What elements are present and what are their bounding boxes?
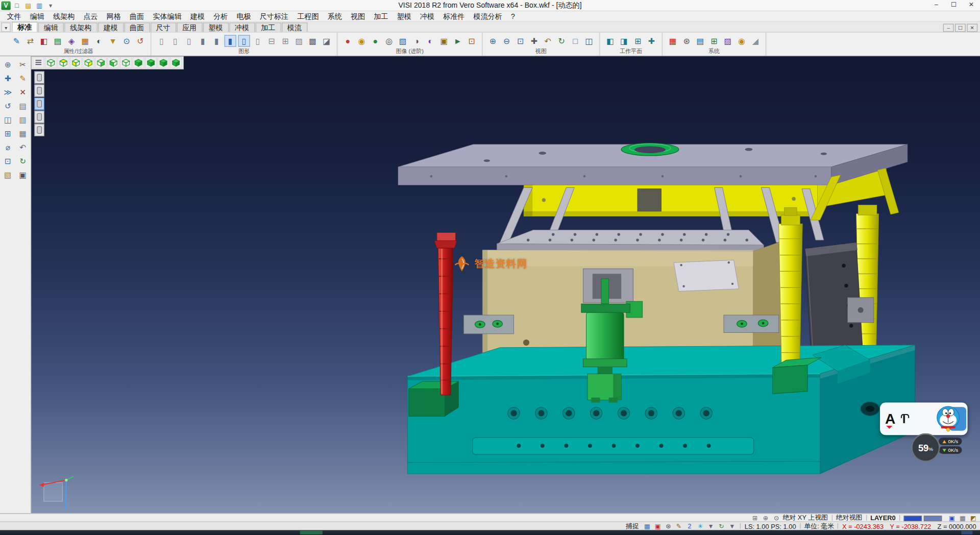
notes-icon[interactable]: ▦ bbox=[16, 127, 30, 139]
snap-pencil-icon[interactable]: ✎ bbox=[675, 522, 683, 530]
layer-color-icon[interactable]: ▣ bbox=[947, 514, 956, 522]
view-right-icon[interactable] bbox=[83, 57, 94, 68]
grid-snap-icon[interactable]: ⊡ bbox=[1, 154, 14, 166]
magnet-filter-icon[interactable]: ⊙ bbox=[120, 35, 132, 47]
menu-item-实体编辑[interactable]: 实体编辑 bbox=[149, 11, 186, 21]
open-file-icon[interactable]: ▤ bbox=[23, 1, 33, 10]
render-sphere-icon[interactable]: ● bbox=[342, 35, 354, 47]
solid-display-icon[interactable]: ▮ bbox=[225, 35, 236, 47]
display-filter-4[interactable] bbox=[34, 111, 44, 123]
animation-icon[interactable]: ► bbox=[452, 35, 463, 47]
zoom-select-icon[interactable]: ⊕ bbox=[1, 58, 14, 70]
render-view-icon[interactable] bbox=[170, 57, 182, 68]
menu-item-模流分析[interactable]: 模流分析 bbox=[469, 11, 506, 21]
tab-曲面[interactable]: 曲面 bbox=[124, 22, 150, 32]
layer-dropdown-icon[interactable]: ▼ bbox=[728, 522, 737, 530]
zoom-window-icon[interactable]: ⊡ bbox=[514, 35, 526, 47]
type-filter-icon[interactable]: ◈ bbox=[66, 35, 78, 47]
mirror-display-icon[interactable]: ◪ bbox=[321, 35, 332, 47]
multi-view-icon[interactable]: ◫ bbox=[583, 35, 595, 47]
save-view-icon[interactable]: ▣ bbox=[16, 168, 30, 180]
menu-item-塑模[interactable]: 塑模 bbox=[393, 11, 415, 21]
tab-尺寸[interactable]: 尺寸 bbox=[150, 22, 176, 32]
scissors-trim-icon[interactable]: ✂ bbox=[16, 58, 30, 70]
workplane-entity-icon[interactable]: ⊞ bbox=[632, 35, 644, 47]
dynamic-view-icon[interactable] bbox=[158, 57, 169, 68]
system-settings-icon[interactable]: ⊛ bbox=[680, 35, 692, 47]
view-front-icon[interactable] bbox=[70, 57, 82, 68]
dashed-hidden-icon[interactable]: ▯ bbox=[183, 35, 195, 47]
save-file-icon[interactable]: ▥ bbox=[34, 1, 44, 10]
color-swatch-1[interactable] bbox=[904, 516, 922, 521]
shaded-edges-mode-icon[interactable]: ▮ bbox=[211, 35, 223, 47]
new-file-icon[interactable]: □ bbox=[12, 1, 22, 10]
snap-box-icon[interactable]: ▣ bbox=[653, 522, 662, 530]
move-translate-icon[interactable]: ✚ bbox=[1, 72, 14, 84]
attribute-copy-icon[interactable]: ⇄ bbox=[24, 35, 36, 47]
material-icon[interactable]: ● bbox=[370, 35, 381, 47]
tab-overflow-button[interactable]: ▾ bbox=[1, 22, 10, 32]
status-grid-icon[interactable]: ⊞ bbox=[751, 514, 760, 522]
percent-badge[interactable]: 59% bbox=[911, 433, 940, 462]
rotate-icon[interactable]: ↺ bbox=[1, 100, 14, 112]
menu-item-网格[interactable]: 网格 bbox=[102, 11, 125, 21]
active-layer-label[interactable]: LAYER0 bbox=[870, 514, 896, 522]
view-top-icon[interactable] bbox=[58, 57, 69, 68]
view-iso2-icon[interactable] bbox=[120, 57, 132, 68]
view-list-icon[interactable] bbox=[33, 57, 44, 68]
color-filter-icon[interactable]: ◧ bbox=[38, 35, 50, 47]
layer-filter-icon[interactable]: ▤ bbox=[52, 35, 64, 47]
minimize-button[interactable]: – bbox=[927, 0, 945, 11]
snap-grid-icon[interactable]: ▦ bbox=[643, 522, 651, 530]
tab-应用[interactable]: 应用 bbox=[177, 22, 202, 32]
color-dropdown-icon[interactable]: ▼ bbox=[706, 522, 715, 530]
menu-item-?[interactable]: ? bbox=[506, 11, 519, 21]
hdr-light-icon[interactable]: ◉ bbox=[356, 35, 368, 47]
menu-item-线架构[interactable]: 线架构 bbox=[49, 11, 79, 21]
menu-item-文件[interactable]: 文件 bbox=[3, 11, 26, 21]
menu-item-点云[interactable]: 点云 bbox=[79, 11, 102, 21]
tab-线架构[interactable]: 线架构 bbox=[64, 22, 97, 32]
pan-icon[interactable]: ✚ bbox=[528, 35, 540, 47]
capture-icon[interactable]: ⊡ bbox=[465, 35, 477, 47]
menu-item-视图[interactable]: 视图 bbox=[346, 11, 369, 21]
menu-item-分析[interactable]: 分析 bbox=[209, 11, 232, 21]
shaded-edges-view-icon[interactable] bbox=[145, 57, 157, 68]
transparent-display-icon[interactable]: ▯ bbox=[238, 35, 250, 47]
layers-icon[interactable]: ▥ bbox=[16, 113, 30, 126]
ramp-icon[interactable]: ◢ bbox=[749, 35, 761, 47]
hatch-icon[interactable]: ▧ bbox=[1, 168, 14, 180]
visibility-filter-icon[interactable]: ◐ bbox=[93, 35, 105, 47]
bounding-box-icon[interactable]: ⊟ bbox=[265, 35, 277, 47]
refresh-sync-icon[interactable]: ↻ bbox=[717, 522, 726, 530]
display-filter-1[interactable] bbox=[34, 71, 44, 84]
info-icon[interactable]: ◉ bbox=[736, 35, 747, 47]
menu-item-建模[interactable]: 建模 bbox=[186, 11, 209, 21]
background-icon[interactable]: ▧ bbox=[397, 35, 409, 47]
menu-item-编辑[interactable]: 编辑 bbox=[26, 11, 48, 21]
pattern-display-icon[interactable]: ▨ bbox=[293, 35, 305, 47]
tab-冲模[interactable]: 冲模 bbox=[229, 22, 255, 32]
tab-模流[interactable]: 模流 bbox=[282, 22, 307, 32]
section-display-icon[interactable]: ▯ bbox=[252, 35, 263, 47]
menu-item-尺寸标注[interactable]: 尺寸标注 bbox=[255, 11, 292, 21]
view-mode-label[interactable]: 绝对 XY 上视图 bbox=[783, 513, 828, 522]
attribute-edit-icon[interactable]: ✎ bbox=[11, 35, 22, 47]
offset-icon[interactable]: ≫ bbox=[1, 86, 14, 98]
shaded-view-icon[interactable] bbox=[133, 57, 144, 68]
menu-item-加工[interactable]: 加工 bbox=[370, 11, 393, 21]
close-button[interactable]: ✕ bbox=[963, 0, 980, 11]
visi-app-logo[interactable]: V bbox=[1, 1, 10, 10]
fit-view-icon[interactable]: □ bbox=[570, 35, 581, 47]
refresh-icon[interactable]: ↻ bbox=[16, 154, 30, 166]
workplane-view-icon[interactable]: ◨ bbox=[618, 35, 630, 47]
absolute-view-label[interactable]: 绝对视图 bbox=[836, 513, 862, 522]
calculator-icon[interactable]: ⊞ bbox=[708, 35, 720, 47]
zoom-out-icon[interactable]: ⊖ bbox=[501, 35, 512, 47]
delete-icon[interactable]: ✕ bbox=[16, 86, 30, 98]
menu-item-曲面[interactable]: 曲面 bbox=[126, 11, 149, 21]
transparency-icon[interactable]: ◐ bbox=[424, 35, 436, 47]
mdi-restore-button[interactable]: ☐ bbox=[955, 24, 966, 32]
color-palette-icon[interactable]: ▦ bbox=[667, 35, 679, 47]
display-filter-5[interactable] bbox=[34, 124, 44, 136]
